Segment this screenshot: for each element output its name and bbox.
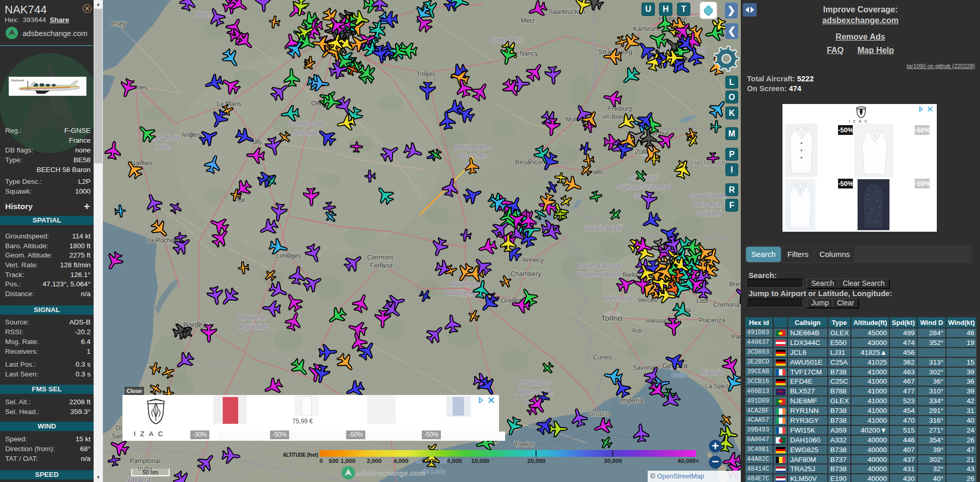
svg-text:Toulon: Toulon (514, 440, 534, 448)
svg-text:Grischun/: Grischun/ (693, 200, 725, 209)
svg-text:Clermont-: Clermont- (367, 254, 396, 261)
svg-text:Metz: Metz (521, 16, 535, 24)
svg-text:Graubünden/: Graubünden/ (688, 192, 731, 200)
svg-text:Grigioni: Grigioni (697, 209, 722, 217)
svg-text:Golfo: Golfo (671, 371, 687, 379)
svg-text:Asti: Asti (632, 327, 642, 334)
svg-text:Biella: Biella (622, 271, 638, 279)
svg-text:Suisse/Svizzera/: Suisse/Svizzera/ (617, 183, 672, 191)
svg-text:Savona: Savona (633, 364, 654, 371)
svg-text:Imperia: Imperia (620, 397, 644, 404)
svg-text:Provence-: Provence- (519, 378, 551, 387)
svg-text:Cuneo: Cuneo (593, 354, 612, 361)
svg-text:Nantes: Nantes (131, 159, 153, 167)
svg-text:Piemonte: Piemonte (604, 294, 634, 302)
svg-text:Alpes-Côte: Alpes-Côte (516, 388, 553, 396)
svg-text:Besançon: Besançon (515, 158, 545, 166)
svg-text:Aquitaine: Aquitaine (238, 322, 269, 331)
svg-text:Nancy: Nancy (520, 50, 538, 57)
svg-text:Valle d'Aosta/: Valle d'Aosta/ (578, 262, 623, 270)
svg-text:Skyhawk: Skyhawk (11, 78, 25, 82)
svg-text:Chambéry: Chambéry (510, 270, 541, 278)
svg-text:de Loire: de Loire (293, 129, 319, 137)
svg-text:Bourgogne-: Bourgogne- (454, 143, 492, 151)
svg-text:ersey: ersey (111, 20, 126, 27)
svg-text:Annecy: Annecy (522, 256, 544, 264)
svg-text:Freiburg: Freiburg (608, 105, 632, 112)
svg-text:Torino: Torino (601, 314, 622, 322)
svg-text:Pamplona/: Pamplona/ (130, 457, 161, 464)
svg-text:Vallée d'Aoste: Vallée d'Aoste (577, 270, 623, 279)
svg-text:Piacenza: Piacenza (699, 317, 725, 324)
svg-text:onaco: onaco (589, 409, 610, 418)
svg-text:Loire: Loire (154, 143, 170, 151)
svg-text:ern: ern (594, 168, 603, 176)
svg-text:Cremona: Cremona (713, 301, 739, 308)
svg-text:Nouvelle-: Nouvelle- (238, 313, 269, 321)
svg-text:Karlsruhe: Karlsruhe (633, 25, 662, 32)
svg-text:Limoges: Limoges (276, 252, 301, 260)
svg-text:Parma: Parma (732, 333, 741, 340)
svg-text:Valais/Walli: Valais/Walli (584, 224, 621, 232)
svg-text:Brescia: Brescia (729, 281, 741, 288)
svg-text:Liguria: Liguria (701, 368, 723, 376)
